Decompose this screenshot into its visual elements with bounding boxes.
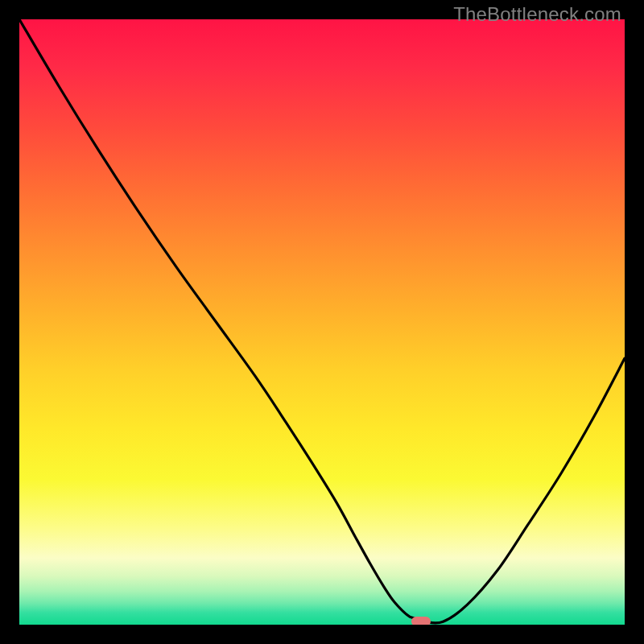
target-marker <box>411 617 431 625</box>
bottleneck-curve <box>19 19 625 625</box>
chart-plot-area <box>19 19 625 625</box>
watermark-text: TheBottleneck.com <box>453 3 621 26</box>
